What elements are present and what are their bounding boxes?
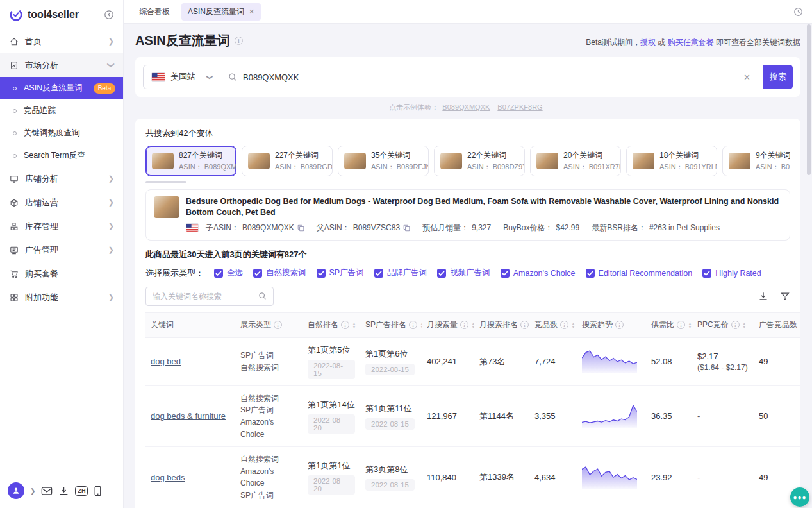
checkbox-品牌广告词[interactable]: 品牌广告词 xyxy=(374,267,427,278)
keyword-search-field xyxy=(145,287,274,306)
vertical-scrollbar[interactable] xyxy=(807,24,811,175)
organic-rank-cell: 第1页第14位2022-08-20 xyxy=(302,393,360,440)
column-header-供需比[interactable]: 供需比i▲▼ xyxy=(646,319,692,330)
sidebar-item-竞品追踪[interactable]: 竞品追踪 xyxy=(0,99,123,122)
page-title-text: ASIN反查流量词 xyxy=(135,32,230,49)
sidebar-item-Search Term反查[interactable]: Search Term反查 xyxy=(0,144,123,167)
checkbox-Editorial Recommendation[interactable]: Editorial Recommendation xyxy=(586,267,693,278)
sidebar-item-ASIN反查流量词[interactable]: ASIN反查流量词Beta xyxy=(0,77,123,99)
history-icon[interactable] xyxy=(793,7,803,17)
variant-card[interactable]: 827个关键词ASIN： B089QXMQXK xyxy=(145,146,236,176)
ppc-range: ($1.64 - $2.17) xyxy=(697,363,749,372)
checkbox-SP广告词[interactable]: SP广告词 xyxy=(317,267,364,278)
column-header-广告竞品数[interactable]: 广告竞品数i xyxy=(754,319,800,330)
close-icon[interactable]: ✕ xyxy=(249,8,254,15)
column-header-关键词[interactable]: 关键词 xyxy=(145,319,235,330)
sidebar-item-首页[interactable]: 首页❯ xyxy=(0,30,123,53)
column-header-展示类型[interactable]: 展示类型i xyxy=(235,319,302,330)
chevron-right-icon: ❯ xyxy=(108,246,114,253)
filter-icon[interactable] xyxy=(780,291,790,301)
trend-sparkline xyxy=(577,396,646,436)
keyword-link[interactable]: dog beds & furniture xyxy=(151,411,226,421)
checkbox-label: Editorial Recommendation xyxy=(599,269,693,278)
column-header-月搜索排名[interactable]: 月搜索排名i▲▼ xyxy=(474,319,529,330)
download-icon[interactable] xyxy=(58,486,69,496)
horizontal-scrollbar[interactable] xyxy=(145,181,186,183)
sort-icons[interactable]: ▲▼ xyxy=(571,322,576,328)
column-label: SP广告排名 xyxy=(365,319,406,330)
variant-card[interactable]: 22个关键词ASIN： B098DZ9YZW xyxy=(434,146,525,176)
copy-icon[interactable] xyxy=(297,224,304,232)
rank-date-badge: 2022-08-20 xyxy=(308,414,355,434)
asin-search-input[interactable] xyxy=(243,72,738,82)
empty-value: - xyxy=(697,411,700,421)
sidebar-item-库存管理[interactable]: 库存管理❯ xyxy=(0,214,123,238)
checkbox-Amazon's Choice[interactable]: Amazon's Choice xyxy=(501,267,576,278)
chevron-right-icon: ❯ xyxy=(108,223,114,230)
child-asin-value: B089QXMQXK xyxy=(242,223,294,232)
sidebar-item-关键词热度查询[interactable]: 关键词热度查询 xyxy=(0,122,123,144)
beta-notice: Beta测试期间，授权 或 购买任意套餐 即可查看全部关键词数据 xyxy=(586,37,800,48)
copy-icon[interactable] xyxy=(403,224,410,232)
sort-icons[interactable]: ▲▼ xyxy=(352,322,356,328)
sidebar-item-店铺分析[interactable]: 店铺分析❯ xyxy=(0,167,123,190)
sidebar-item-市场分析[interactable]: 市场分析❯ xyxy=(0,53,123,77)
checkbox-全选[interactable]: 全选 xyxy=(214,267,243,278)
example-asin-link[interactable]: B07ZPKF8RG xyxy=(497,103,542,111)
column-header-PPC竞价[interactable]: PPC竞价i▲▼ xyxy=(692,319,754,330)
sidebar-item-店铺运营[interactable]: 店铺运营❯ xyxy=(0,190,123,214)
avatar[interactable] xyxy=(8,482,24,499)
marketplace-select[interactable]: 美国站 ❯ xyxy=(144,65,220,89)
tab-综合看板[interactable]: 综合看板 xyxy=(133,3,176,21)
variant-info: 9个关键词ASIN： B091Y146 xyxy=(756,150,790,172)
tab-ASIN反查流量词[interactable]: ASIN反查流量词✕ xyxy=(181,3,261,21)
variant-card[interactable]: 35个关键词ASIN： B089RFJN47 xyxy=(338,146,429,176)
keyword-link[interactable]: dog bed xyxy=(151,357,181,366)
variant-card[interactable]: 9个关键词ASIN： B091Y146 xyxy=(722,146,790,176)
sidebar-item-广告管理[interactable]: 广告管理❯ xyxy=(0,238,123,262)
column-header-自然排名[interactable]: 自然排名i▲▼ xyxy=(302,319,360,330)
mail-icon[interactable] xyxy=(41,486,53,496)
export-icon[interactable] xyxy=(758,291,768,301)
clear-icon[interactable]: ✕ xyxy=(743,72,750,82)
checkbox-视频广告词[interactable]: 视频广告词 xyxy=(437,267,490,278)
variant-keyword-count: 827个关键词 xyxy=(179,150,230,161)
bullet-icon xyxy=(13,154,17,158)
search-button[interactable]: 搜索 xyxy=(763,65,793,89)
variant-card[interactable]: 18个关键词ASIN： B091YRLNT5 xyxy=(626,146,717,176)
info-icon[interactable]: i xyxy=(235,37,243,45)
more-actions-button[interactable]: ●●● xyxy=(790,487,809,507)
keyword-link[interactable]: dog beds xyxy=(151,473,185,482)
ppc-cell: - xyxy=(692,466,754,489)
checkbox-group: 全选自然搜索词SP广告词品牌广告词视频广告词Amazon's ChoiceEdi… xyxy=(214,267,761,278)
bullet-icon xyxy=(13,87,17,90)
collapse-sidebar-icon[interactable] xyxy=(104,10,114,20)
column-header-竞品数[interactable]: 竞品数i▲▼ xyxy=(529,319,577,330)
search-icon xyxy=(258,292,267,300)
variant-keyword-count: 9个关键词 xyxy=(756,150,790,161)
sidebar-item-label: Search Term反查 xyxy=(24,150,85,161)
example-asin-link[interactable]: B089QXMQXK xyxy=(442,103,490,111)
info-icon: i xyxy=(800,321,800,329)
variant-card[interactable]: 227个关键词ASIN： B089RGDQBB xyxy=(242,146,333,176)
checkbox-Highly Rated[interactable]: Highly Rated xyxy=(702,267,761,278)
buy-plan-link[interactable]: 购买任意套餐 xyxy=(668,38,714,47)
authorize-link[interactable]: 授权 xyxy=(640,38,656,47)
info-icon: i xyxy=(677,321,685,329)
language-icon[interactable]: ZH xyxy=(75,486,88,496)
rank-date-badge: 2022-08-15 xyxy=(308,360,355,379)
checkbox-自然搜索词[interactable]: 自然搜索词 xyxy=(253,267,306,278)
column-header-SP广告排名[interactable]: SP广告排名i▲▼ xyxy=(360,319,422,330)
sort-icons[interactable]: ▲▼ xyxy=(688,322,692,328)
mobile-icon[interactable] xyxy=(94,486,102,496)
variant-card[interactable]: 20个关键词ASIN： B091XR7MVD xyxy=(530,146,621,176)
sidebar-item-附加功能[interactable]: 附加功能❯ xyxy=(0,285,123,309)
sidebar-item-购买套餐[interactable]: 购买套餐 xyxy=(0,262,123,285)
column-header-搜索趋势[interactable]: 搜索趋势i xyxy=(577,319,646,330)
ads-icon xyxy=(9,245,19,255)
column-header-月搜索量[interactable]: 月搜索量i▲▼ xyxy=(422,319,474,330)
sort-icons[interactable]: ▲▼ xyxy=(742,322,747,328)
keyword-search-input[interactable] xyxy=(153,292,254,301)
column-label: 自然排名 xyxy=(308,319,338,330)
chevron-down-icon[interactable]: ❯ xyxy=(30,487,35,495)
